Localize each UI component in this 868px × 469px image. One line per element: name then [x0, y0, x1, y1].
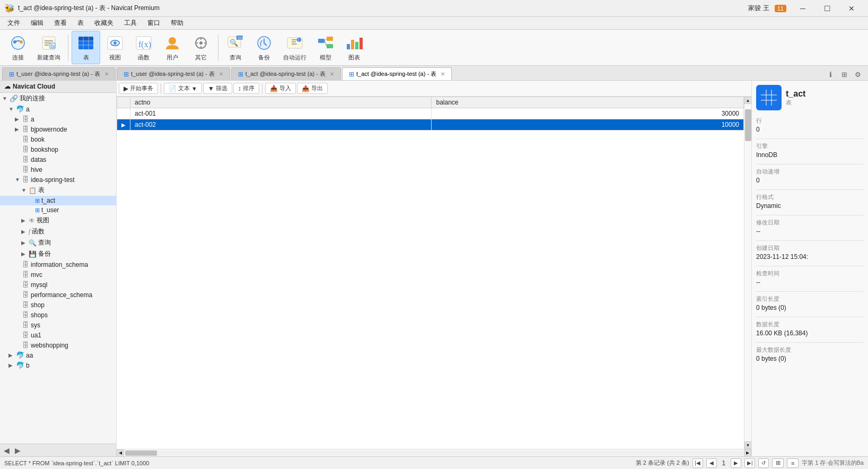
tree-my-connections[interactable]: ▼ 🔗 我的连接 [0, 93, 116, 104]
sidebar-nav-left[interactable]: ◀ [2, 446, 11, 455]
sort-btn[interactable]: ↕ 排序 [233, 83, 259, 94]
tree-bjpowernode[interactable]: ▶ 🗄 bjpowernode [0, 124, 116, 134]
tree-shop[interactable]: 🗄 shop [0, 300, 116, 310]
tree-a-conn[interactable]: ▼ 🐬 a [0, 104, 116, 114]
label-aa-conn: aa [26, 352, 33, 359]
toolbar-chart[interactable]: 图表 [340, 31, 368, 64]
hscroll-left[interactable]: ◀ [117, 449, 124, 457]
menu-edit[interactable]: 编辑 [25, 18, 49, 29]
rp-field-rowformat: 行格式 Dynamic [756, 193, 864, 210]
tree-aa-conn[interactable]: ▶ 🐬 aa [0, 350, 116, 360]
nav-first[interactable]: |◀ [692, 458, 703, 468]
menu-tools[interactable]: 工具 [119, 18, 142, 29]
row-1-actno[interactable]: act-001 [130, 108, 432, 119]
tab-1-close[interactable]: ✕ [104, 71, 109, 77]
tab-4[interactable]: ⊞ t_act @idea-spring-test (a) - 表 ✕ [342, 67, 452, 80]
maximize-button[interactable]: ☐ [815, 0, 839, 17]
menu-file[interactable]: 文件 [2, 18, 25, 29]
nav-prev[interactable]: ◀ [706, 458, 717, 468]
close-button[interactable]: ✕ [839, 0, 864, 17]
row-2-balance[interactable]: 10000 [432, 119, 744, 131]
toolbar-autorun[interactable]: ! 自动运行 [279, 31, 311, 64]
tab-1[interactable]: ⊞ t_user @idea-spring-test (a) - 表 ✕ [2, 67, 116, 80]
tree-b-conn[interactable]: ▶ 🐬 b [0, 360, 116, 370]
begin-transaction-btn[interactable]: ▶ 开始事务 [119, 83, 158, 94]
text-btn[interactable]: 📄 文本 ▼ [164, 83, 202, 94]
tree-information-schema[interactable]: 🗄 information_schema [0, 259, 116, 270]
tree-tables-group[interactable]: ▼ 📋 表 [0, 185, 116, 196]
table-scroll-wrapper[interactable]: actno balance act-001 30000 ▶ act-002 [117, 97, 744, 449]
tabbar-info-btn[interactable]: ℹ [825, 68, 836, 80]
tree-a-db[interactable]: ▶ 🗄 a [0, 114, 116, 124]
toolbar-new-query[interactable]: fx 新建查询 [33, 31, 65, 64]
vscroll-thumb[interactable] [745, 109, 751, 141]
tree-mvc[interactable]: 🗄 mvc [0, 270, 116, 280]
hscroll-thumb[interactable] [125, 450, 157, 456]
tab-4-close[interactable]: ✕ [441, 71, 445, 77]
nav-next[interactable]: ▶ [731, 458, 741, 468]
tab-2-close[interactable]: ✕ [219, 71, 223, 77]
row-2-arrow: ▶ [117, 119, 130, 131]
hscroll-right[interactable]: ▶ [744, 449, 751, 457]
col-header-balance[interactable]: balance [432, 97, 744, 108]
col-header-actno[interactable]: actno [130, 97, 432, 108]
row-2-actno[interactable]: act-002 [130, 119, 432, 131]
toolbar-query[interactable]: 🔍SQL 查询 [222, 31, 249, 64]
rp-label-createdate: 创建日期 [756, 244, 864, 252]
tree-views-group[interactable]: ▶ 👁 视图 [0, 215, 116, 226]
vscroll-down[interactable]: ▼ [744, 441, 752, 449]
export-btn[interactable]: 📤 导出 [297, 83, 328, 94]
toolbar-table[interactable]: 表 [72, 31, 100, 64]
vscroll-up[interactable]: ▲ [744, 97, 752, 104]
import-btn[interactable]: 📥 导入 [265, 83, 296, 94]
tabbar-settings-btn[interactable]: ⚙ [852, 68, 864, 80]
toolbar-function[interactable]: f(x) 函数 [130, 31, 157, 64]
tab-3-close[interactable]: ✕ [330, 71, 334, 77]
tab-3[interactable]: ⊞ t_act @idea-spring-test (a) - 表 ✕ [231, 67, 341, 80]
tab-2[interactable]: ⊞ t_user @idea-spring-test (a) - 表 ✕ [117, 67, 230, 80]
toolbar-view[interactable]: 视图 [101, 31, 129, 64]
tree-idea-spring-test[interactable]: ▼ 🗄 idea-spring-test [0, 175, 116, 185]
tree-book[interactable]: 🗄 book [0, 134, 116, 144]
toolbar-other[interactable]: 其它 [187, 31, 215, 64]
menu-favorites[interactable]: 收藏夹 [89, 18, 119, 29]
view-form-btn[interactable]: ≡ [787, 458, 799, 468]
tree-bookshop[interactable]: 🗄 bookshop [0, 144, 116, 154]
tree-hive[interactable]: 🗄 hive [0, 164, 116, 175]
tabbar-grid-btn[interactable]: ⊞ [838, 68, 850, 80]
tree-datas[interactable]: 🗄 datas [0, 154, 116, 164]
menu-window[interactable]: 窗口 [142, 18, 165, 29]
menu-help[interactable]: 帮助 [165, 18, 189, 29]
tree-webshopping[interactable]: 🗄 webshopping [0, 340, 116, 350]
tree-t-user[interactable]: ⊞ t_user [0, 205, 116, 215]
hscroll-track[interactable] [125, 450, 743, 456]
toolbar-connect[interactable]: 连接 [4, 31, 32, 64]
toolbar-user[interactable]: 用户 [159, 31, 186, 64]
tree-backup-group[interactable]: ▶ 💾 备份 [0, 248, 116, 259]
col-header-empty [117, 97, 130, 108]
menu-table[interactable]: 表 [72, 18, 89, 29]
minimize-button[interactable]: ─ [791, 0, 815, 17]
row-1-balance[interactable]: 30000 [432, 108, 744, 119]
tree-performance-schema[interactable]: 🗄 performance_schema [0, 290, 116, 300]
toolbar-query-label: 查询 [230, 54, 241, 62]
tree-queries-group[interactable]: ▶ 🔍 查询 [0, 237, 116, 248]
vscroll-track[interactable] [744, 104, 752, 441]
tree-mysql[interactable]: 🗄 mysql [0, 280, 116, 290]
toolbar-backup[interactable]: 备份 [250, 31, 278, 64]
tree-ua1[interactable]: 🗄 ua1 [0, 330, 116, 340]
nav-last[interactable]: ▶| [744, 458, 755, 468]
sidebar-scroll[interactable]: ▼ 🔗 我的连接 ▼ 🐬 a ▶ 🗄 a ▶ 🗄 bjpowernode [0, 93, 116, 444]
tree-shops[interactable]: 🗄 shops [0, 310, 116, 320]
tree-t-act[interactable]: ⊞ t_act [0, 196, 116, 205]
menu-view[interactable]: 查看 [49, 18, 72, 29]
tree-sys[interactable]: 🗄 sys [0, 320, 116, 330]
sidebar-header: ☁ Navicat Cloud [0, 81, 116, 93]
view-grid-btn[interactable]: ⊞ [772, 458, 784, 468]
tree-functions-group[interactable]: ▶ f 函数 [0, 226, 116, 237]
toolbar-model[interactable]: 模型 [312, 31, 339, 64]
model-icon [316, 33, 335, 53]
nav-refresh[interactable]: ↺ [758, 458, 769, 468]
filter-btn[interactable]: ▼ 筛选 [203, 83, 232, 94]
sidebar-nav-right[interactable]: ▶ [13, 446, 22, 455]
